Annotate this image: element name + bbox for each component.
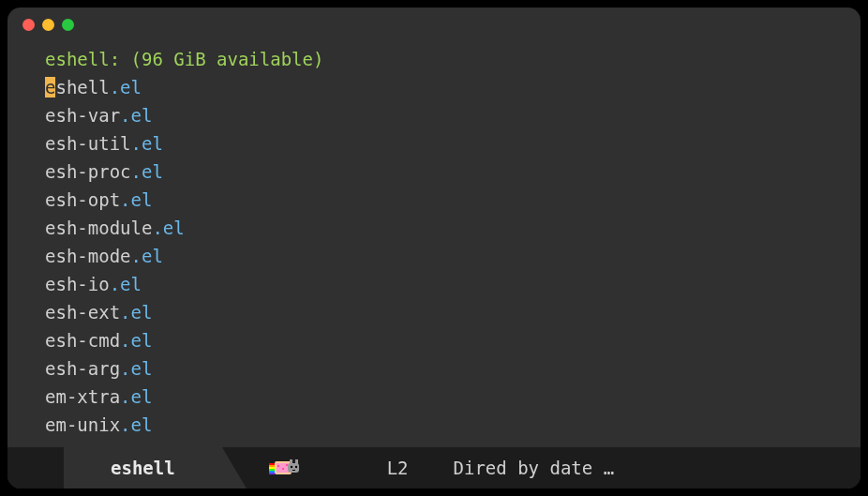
file-basename: esh-arg xyxy=(45,358,120,379)
file-extension: .el xyxy=(120,189,152,210)
modeline: eshell L2 xyxy=(7,447,861,488)
dired-buffer[interactable]: eshell: (96 GiB available) eshell.elesh-… xyxy=(7,41,861,447)
file-extension: .el xyxy=(120,414,152,435)
cursor: e xyxy=(45,77,55,98)
svg-rect-0 xyxy=(269,463,275,465)
file-basename: esh-util xyxy=(45,133,131,154)
minimize-icon[interactable] xyxy=(42,19,54,31)
svg-point-14 xyxy=(290,466,292,468)
file-entry[interactable]: esh-util.el xyxy=(45,129,861,158)
file-basename: esh-proc xyxy=(45,161,131,182)
file-extension: .el xyxy=(120,302,152,323)
svg-rect-4 xyxy=(269,471,275,473)
file-entry[interactable]: esh-mode.el xyxy=(45,242,861,270)
file-entry[interactable]: em-xtra.el xyxy=(45,383,861,411)
file-basename: esh-cmd xyxy=(45,330,120,351)
file-entry[interactable]: esh-cmd.el xyxy=(45,326,861,354)
svg-rect-16 xyxy=(292,470,295,471)
nyan-cat-icon xyxy=(269,458,303,478)
svg-rect-13 xyxy=(295,459,298,464)
svg-point-9 xyxy=(282,468,284,470)
file-basename: esh-mode xyxy=(45,246,131,266)
file-entry[interactable]: esh-ext.el xyxy=(45,298,861,326)
svg-point-10 xyxy=(286,464,288,466)
file-extension: .el xyxy=(110,77,142,98)
modeline-tab[interactable]: eshell xyxy=(64,447,222,488)
file-entry[interactable]: esh-var.el xyxy=(45,101,861,129)
svg-rect-5 xyxy=(269,473,275,474)
file-basename: esh-io xyxy=(45,274,110,294)
buffer-name: eshell xyxy=(111,458,175,478)
file-extension: .el xyxy=(120,330,152,351)
file-entry[interactable]: esh-module.el xyxy=(45,214,861,242)
file-basename: em-unix xyxy=(45,414,120,435)
svg-point-8 xyxy=(277,465,279,467)
svg-rect-2 xyxy=(269,467,275,469)
titlebar xyxy=(7,8,861,41)
file-entry[interactable]: esh-opt.el xyxy=(45,186,861,214)
svg-rect-12 xyxy=(290,459,292,464)
file-basename: shell xyxy=(55,77,109,98)
svg-rect-3 xyxy=(269,469,275,471)
file-entry[interactable]: esh-io.el xyxy=(45,270,861,298)
file-extension: .el xyxy=(120,105,152,126)
file-entry[interactable]: esh-arg.el xyxy=(45,354,861,383)
file-basename: esh-var xyxy=(45,105,120,126)
major-mode: Dired by date … xyxy=(454,458,615,478)
file-basename: esh-module xyxy=(45,218,152,238)
file-extension: .el xyxy=(131,161,163,182)
file-extension: .el xyxy=(131,133,163,154)
file-extension: .el xyxy=(152,218,184,238)
file-basename: esh-ext xyxy=(45,302,120,323)
file-extension: .el xyxy=(110,274,142,294)
svg-rect-11 xyxy=(288,463,299,473)
svg-point-15 xyxy=(294,466,296,468)
file-basename: em-xtra xyxy=(45,386,120,407)
line-number: L2 xyxy=(387,458,409,478)
file-list: eshell.elesh-var.elesh-util.elesh-proc.e… xyxy=(45,73,861,439)
dired-header: eshell: (96 GiB available) xyxy=(45,45,861,73)
zoom-icon[interactable] xyxy=(62,19,74,31)
file-basename: esh-opt xyxy=(45,189,120,210)
file-extension: .el xyxy=(131,246,163,266)
close-icon[interactable] xyxy=(22,19,35,31)
file-entry[interactable]: esh-proc.el xyxy=(45,158,861,186)
file-extension: .el xyxy=(120,386,152,407)
emacs-window: eshell: (96 GiB available) eshell.elesh-… xyxy=(7,8,861,488)
svg-rect-1 xyxy=(269,465,275,467)
file-entry[interactable]: eshell.el xyxy=(45,73,861,101)
file-entry[interactable]: em-unix.el xyxy=(45,411,861,439)
file-extension: .el xyxy=(120,358,152,379)
